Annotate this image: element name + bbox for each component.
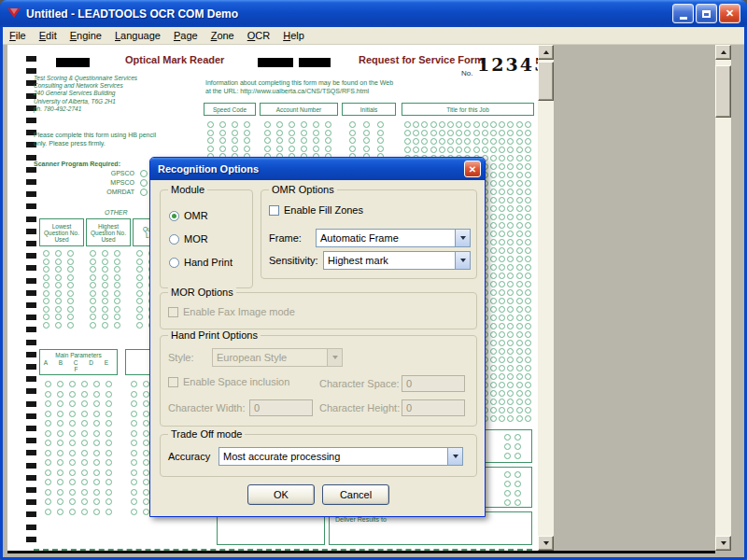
omr-bubble (499, 323, 505, 329)
radio-omr[interactable]: OMR (169, 209, 208, 222)
title-bar[interactable]: Untitled - LEADTOOLS OCR COM Demo ✕ (0, 0, 747, 27)
checkbox-icon[interactable] (269, 205, 279, 216)
combobox-dropdown-button[interactable] (447, 448, 462, 465)
combobox-dropdown-button[interactable] (455, 252, 470, 269)
menu-help[interactable]: Help (276, 28, 311, 43)
radio-mor-circle[interactable] (169, 234, 179, 245)
omr-bubble (525, 382, 531, 388)
form-number: 123456 (477, 54, 538, 75)
omr-bubble (90, 322, 96, 329)
doc-scrollbar-thumb[interactable] (538, 62, 554, 101)
omr-bubble (499, 189, 505, 195)
omr-bubble (514, 453, 521, 459)
omr-bubble (507, 331, 514, 338)
menu-edit[interactable]: Edit (33, 28, 63, 43)
omr-bubble (67, 306, 74, 313)
menu-language[interactable]: Language (108, 28, 167, 43)
omr-bubble (490, 331, 497, 338)
ok-button[interactable]: OK (247, 484, 315, 505)
omr-bubble (490, 256, 497, 262)
doc-scrollbar-track[interactable] (538, 60, 554, 536)
frame-combobox[interactable]: Automatic Frame (316, 229, 471, 247)
omr-bubble (516, 155, 523, 161)
window-scrollbar[interactable] (715, 45, 731, 551)
menu-file[interactable]: File (3, 28, 33, 43)
radio-omr-circle[interactable] (169, 211, 179, 221)
omr-bubble (55, 298, 62, 304)
close-button[interactable]: ✕ (719, 4, 740, 23)
scanner-option-label: GPSCO (73, 170, 134, 176)
omr-bubble (473, 130, 480, 136)
omr-bubble (499, 138, 505, 145)
omr-bubble (143, 391, 149, 398)
omr-bubble (81, 391, 88, 398)
omr-bubble (114, 274, 120, 281)
omr-bubble (114, 306, 120, 313)
omr-bubble (490, 289, 497, 296)
omr-bubble (232, 121, 238, 128)
omr-bubble (490, 298, 497, 304)
omr-bubble (516, 281, 523, 287)
omr-bubble (143, 411, 149, 417)
window-scrollbar-thumb[interactable] (715, 65, 731, 118)
frame-combobox-value: Automatic Frame (317, 230, 455, 246)
omr-bubble (131, 381, 137, 387)
dialog-close-button[interactable]: ✕ (464, 161, 481, 177)
omr-bubble (81, 411, 88, 417)
radio-mor[interactable]: MOR (169, 232, 208, 245)
omr-bubble (93, 459, 100, 466)
radio-hand-print-circle[interactable] (169, 258, 179, 268)
window-scroll-down-button[interactable] (715, 536, 731, 551)
maximize-button[interactable] (696, 4, 717, 23)
style-label: Style: (168, 352, 194, 363)
window-scrollbar-track[interactable] (715, 60, 731, 536)
omr-bubble (114, 259, 120, 265)
sensitivity-label: Sensitivity: (269, 255, 318, 266)
doc-scroll-down-button[interactable] (538, 536, 554, 551)
enable-fill-zones-checkbox[interactable]: Enable Fill Zones (269, 203, 363, 217)
minimize-button[interactable] (672, 4, 694, 23)
omr-bubble (490, 323, 497, 329)
omr-bubble (507, 189, 514, 195)
menu-ocr[interactable]: OCR (241, 28, 276, 43)
sensitivity-combobox[interactable]: Highest mark (323, 251, 471, 270)
omr-bubble (516, 231, 523, 237)
omr-bubble (143, 509, 149, 515)
omr-bubble (490, 357, 497, 363)
omr-bubble (232, 137, 238, 144)
omr-bubble (69, 509, 76, 515)
omr-bubble (57, 509, 63, 515)
redaction-block (258, 58, 293, 67)
document-scrollbar[interactable] (538, 45, 554, 551)
omr-bubble (93, 420, 100, 427)
omr-bubble (514, 443, 521, 450)
menu-page[interactable]: Page (167, 28, 204, 43)
combobox-dropdown-button[interactable] (455, 230, 470, 246)
cancel-button[interactable]: Cancel (322, 484, 389, 505)
question-length-bubble-grid (136, 250, 137, 251)
omr-bubble (525, 247, 531, 254)
omr-bubble (464, 130, 471, 136)
omr-bubble (244, 121, 250, 128)
omr-bubble (525, 331, 531, 338)
accuracy-combobox[interactable]: Most accurate processing (218, 447, 463, 466)
omr-bubble (276, 137, 283, 144)
omr-bubble (516, 189, 523, 195)
omr-bubble (67, 322, 74, 329)
dialog-title-bar[interactable]: Recognition Options ✕ (150, 158, 485, 180)
omr-bubble (232, 130, 238, 136)
menu-zone[interactable]: Zone (204, 28, 241, 43)
omr-bubble (490, 407, 497, 413)
window-scroll-up-button[interactable] (715, 45, 731, 60)
menu-engine[interactable]: Engine (63, 28, 108, 43)
secondary-parameters-bubble-grid (131, 381, 132, 382)
omr-bubble (525, 172, 531, 178)
omr-bubble (219, 130, 226, 136)
omr-bubble (136, 274, 143, 281)
character-space-label: Character Space: (319, 378, 400, 389)
omr-bubble (507, 264, 514, 271)
radio-hand-print[interactable]: Hand Print (169, 256, 233, 269)
doc-scroll-up-button[interactable] (538, 45, 554, 60)
omr-bubble (136, 250, 143, 257)
omr-bubble (81, 498, 88, 505)
